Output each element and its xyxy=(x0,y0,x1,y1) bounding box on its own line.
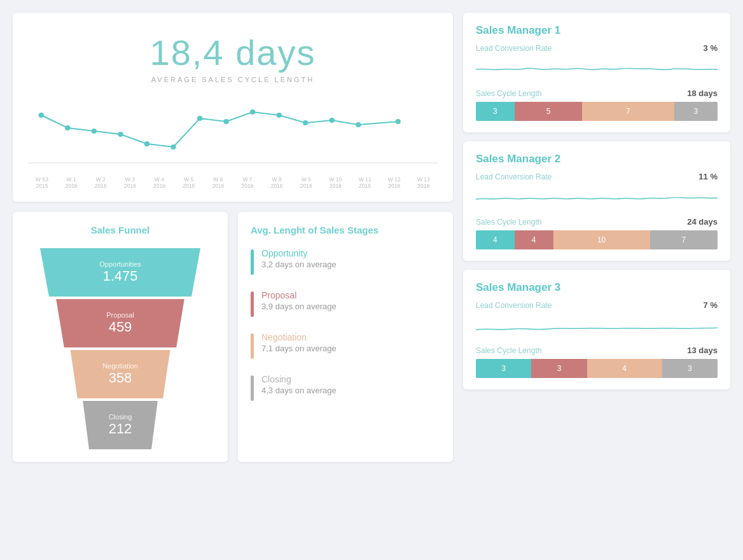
x-axis-label: W 6 2016 xyxy=(207,176,230,189)
svg-point-2 xyxy=(65,125,70,130)
x-axis-label: W 7 2016 xyxy=(236,176,259,189)
stage-days: 3,9 days on average xyxy=(261,302,337,311)
cycle-label: Sales Cycle Length xyxy=(476,89,541,98)
x-axis-label: W 4 2016 xyxy=(148,176,171,189)
bar-segment: 3 xyxy=(662,359,718,378)
stage-info: Opportunity 3,2 days on average xyxy=(261,248,337,269)
cycle-value: 18 days xyxy=(687,88,718,98)
funnel-stage-name: Negotiation xyxy=(102,362,138,370)
stacked-bar: 44107 xyxy=(476,230,718,249)
manager-name: Sales Manager 2 xyxy=(476,153,718,165)
stacked-bar: 3573 xyxy=(476,102,718,121)
conversion-row: Lead Conversion Rate 3 % xyxy=(476,43,718,53)
x-axis-label: W 12 2016 xyxy=(383,176,406,189)
stage-item: Opportunity 3,2 days on average xyxy=(251,248,440,275)
bar-segment: 4 xyxy=(587,359,662,378)
funnel-stage: Negotiation358 xyxy=(49,350,191,398)
svg-point-10 xyxy=(277,113,282,118)
sparkline xyxy=(476,314,718,339)
stages-card: Avg. Lenght of Sales Stages Opportunity … xyxy=(238,212,453,462)
x-axis-label: W 11 2016 xyxy=(354,176,377,189)
bar-segment: 4 xyxy=(476,230,515,249)
stage-color-indicator xyxy=(251,249,254,275)
stacked-bar: 3343 xyxy=(476,359,718,378)
stage-days: 3,2 days on average xyxy=(261,260,337,269)
sparkline xyxy=(476,185,718,211)
avg-cycle-value: 18,4 days xyxy=(28,32,438,73)
bar-segment: 7 xyxy=(650,230,718,249)
svg-point-4 xyxy=(118,132,123,137)
x-axis-label: W 1 2016 xyxy=(60,176,83,189)
svg-point-13 xyxy=(356,122,361,127)
avg-cycle-chart xyxy=(28,96,438,172)
conversion-label: Lead Conversion Rate xyxy=(476,172,552,181)
bar-segment: 3 xyxy=(476,359,531,378)
funnel-stage-value: 459 xyxy=(109,319,132,335)
manager-card: Sales Manager 3 Lead Conversion Rate 7 %… xyxy=(463,270,730,389)
svg-point-11 xyxy=(303,120,308,125)
cycle-label: Sales Cycle Length xyxy=(476,346,541,355)
cycle-row: Sales Cycle Length 13 days xyxy=(476,346,718,355)
stage-label: Negotiation xyxy=(261,332,337,342)
stage-label: Closing xyxy=(261,374,337,384)
stage-info: Closing 4,3 days on average xyxy=(261,374,337,395)
svg-point-12 xyxy=(330,118,335,123)
funnel-stage-name: Closing xyxy=(109,413,132,421)
svg-point-7 xyxy=(197,116,202,121)
stage-color-indicator xyxy=(251,333,254,359)
stage-label: Proposal xyxy=(261,290,337,300)
bar-segment: 3 xyxy=(476,102,515,121)
x-axis-label: W 8 2016 xyxy=(265,176,288,189)
x-axis-label: W 5 2016 xyxy=(177,176,200,189)
cycle-row: Sales Cycle Length 18 days xyxy=(476,88,718,98)
funnel-stage-name: Proposal xyxy=(106,311,134,319)
x-axis-labels: W 53 2015W 1 2016W 2 2016W 3 2016W 4 201… xyxy=(28,176,438,189)
avg-cycle-card: 18,4 days AVERAGE SALES CYCLE LENGTH xyxy=(13,13,453,202)
stage-info: Negotiation 7,1 days on average xyxy=(261,332,337,353)
conversion-row: Lead Conversion Rate 11 % xyxy=(476,172,718,181)
cycle-value: 24 days xyxy=(687,217,718,227)
svg-point-8 xyxy=(223,119,228,124)
funnel-stage-value: 212 xyxy=(109,421,132,437)
bar-segment: 3 xyxy=(531,359,587,378)
funnel-stage-value: 358 xyxy=(109,370,132,386)
stage-item: Closing 4,3 days on average xyxy=(251,374,440,401)
svg-point-5 xyxy=(144,141,149,146)
stage-label: Opportunity xyxy=(261,248,337,258)
x-axis-label: W 53 2015 xyxy=(31,176,53,189)
funnel-container: Opportunities1.475Proposal459Negotiation… xyxy=(25,248,215,449)
manager-name: Sales Manager 1 xyxy=(476,24,718,37)
x-axis-label: W 3 2016 xyxy=(118,176,141,189)
stage-color-indicator xyxy=(251,291,254,317)
bar-segment: 3 xyxy=(674,102,718,121)
svg-point-6 xyxy=(170,144,176,150)
funnel-stage: Opportunities1.475 xyxy=(31,248,209,297)
stage-info: Proposal 3,9 days on average xyxy=(261,290,337,311)
funnel-stage-name: Opportunities xyxy=(99,260,141,268)
funnel-card: Sales Funnel Opportunities1.475Proposal4… xyxy=(13,212,228,462)
stages-list: Opportunity 3,2 days on average Proposal… xyxy=(251,248,440,401)
conversion-label: Lead Conversion Rate xyxy=(476,301,552,310)
manager-name: Sales Manager 3 xyxy=(476,281,718,294)
right-panel: Sales Manager 1 Lead Conversion Rate 3 %… xyxy=(463,13,730,462)
funnel-title: Sales Funnel xyxy=(25,225,215,235)
cycle-value: 13 days xyxy=(687,346,718,355)
stage-days: 4,3 days on average xyxy=(261,386,337,395)
manager-card: Sales Manager 1 Lead Conversion Rate 3 %… xyxy=(463,13,730,132)
funnel-stage-value: 1.475 xyxy=(102,268,137,284)
svg-point-14 xyxy=(396,119,401,124)
bar-segment: 7 xyxy=(582,102,674,121)
svg-point-1 xyxy=(39,113,44,118)
bar-segment: 10 xyxy=(553,230,650,249)
x-axis-label: W 2 2016 xyxy=(89,176,112,189)
svg-point-9 xyxy=(250,109,255,115)
stages-title: Avg. Lenght of Sales Stages xyxy=(251,225,440,235)
funnel-stage: Closing212 xyxy=(58,401,183,449)
conversion-value: 11 % xyxy=(698,172,718,181)
conversion-value: 3 % xyxy=(704,43,718,53)
bar-segment: 4 xyxy=(515,230,553,249)
dashboard: 18,4 days AVERAGE SALES CYCLE LENGTH xyxy=(13,13,730,462)
bar-segment: 5 xyxy=(515,102,582,121)
funnel-stage: Proposal459 xyxy=(40,299,200,347)
avg-cycle-subtitle: AVERAGE SALES CYCLE LENGTH xyxy=(28,76,438,83)
